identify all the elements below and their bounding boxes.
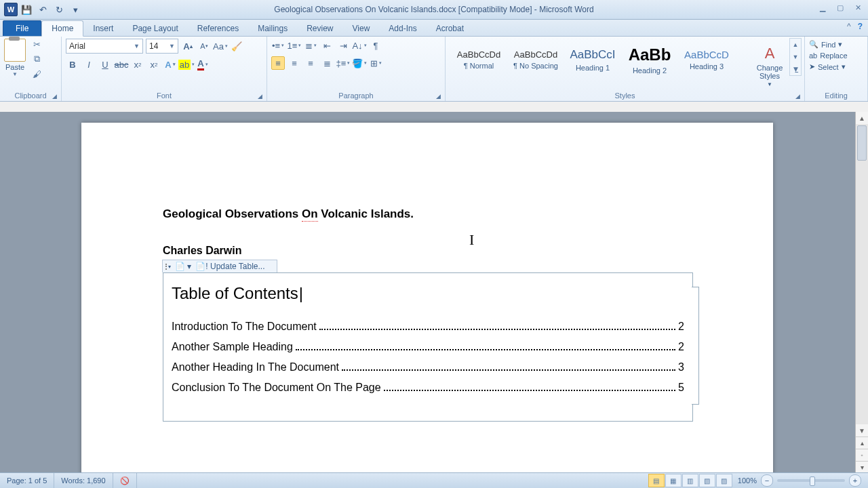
next-page-button[interactable]: ▾ [856,461,868,473]
help-button[interactable]: ? [858,22,863,31]
print-layout-view[interactable]: ▤ [648,474,665,487]
fullscreen-reading-view[interactable]: ▦ [665,474,682,487]
copy-button[interactable]: ⧉ [31,54,42,64]
shrink-font-button[interactable]: A▾ [197,39,211,53]
style-item-4[interactable]: AaBbCcDHeading 3 [679,40,734,79]
tab-page-layout[interactable]: Page Layout [123,21,187,36]
table-of-contents[interactable]: Table of Contents Introduction To The Do… [163,272,693,422]
web-layout-view[interactable]: ▥ [682,474,698,487]
proofing-status[interactable]: 🚫 [113,473,137,488]
select-button[interactable]: ➤Select ▾ [809,61,863,73]
tab-review[interactable]: Review [297,21,342,36]
find-button[interactable]: 🔍Find ▾ [809,39,863,50]
grow-font-button[interactable]: A▴ [181,39,195,53]
clipboard-dialog-launcher[interactable]: ◢ [52,93,57,100]
shading-button[interactable]: 🪣 [353,56,366,70]
minimize-ribbon-button[interactable]: ^ [847,22,851,31]
change-case-button[interactable]: Aa [214,39,227,53]
vertical-scrollbar[interactable]: ▲ ▼ ▴ ◦ ▾ [855,112,868,473]
tab-mailings[interactable]: Mailings [248,21,297,36]
style-item-1[interactable]: AaBbCcDd¶ No Spacing [508,40,564,79]
toc-title[interactable]: Table of Contents [172,284,684,303]
zoom-slider[interactable] [777,479,845,482]
tab-addins[interactable]: Add-Ins [379,21,426,36]
font-dialog-launcher[interactable]: ◢ [258,93,262,100]
align-center-button[interactable]: ≡ [288,56,301,70]
style-gallery-expand[interactable]: ▼̲ [790,63,801,75]
undo-button[interactable]: ↶ [37,3,49,16]
scroll-up-button[interactable]: ▲ [856,112,868,124]
toc-entry[interactable]: Conclusion To The Document On The Page5 [172,382,684,394]
browse-object-button[interactable]: ◦ [856,449,868,461]
increase-indent-button[interactable]: ⇥ [336,39,350,52]
tab-acrobat[interactable]: Acrobat [427,21,473,36]
toc-entry[interactable]: Introduction To The Document2 [172,321,684,333]
scroll-thumb[interactable] [857,125,867,161]
tab-insert[interactable]: Insert [83,21,123,36]
style-item-2[interactable]: AaBbCcIHeading 1 [565,40,620,79]
underline-button[interactable]: U [98,58,112,71]
font-name-combo[interactable]: Arial▼ [66,39,143,54]
redo-button[interactable]: ↻ [53,3,65,16]
bold-button[interactable]: B [66,58,79,71]
italic-button[interactable]: I [82,58,96,71]
highlight-button[interactable]: ab [180,58,193,71]
tab-file[interactable]: File [3,20,41,36]
toc-handle-icon[interactable]: ▾ [165,264,171,270]
qat-customize[interactable]: ▾ [69,3,81,16]
draft-view[interactable]: ▨ [716,474,732,487]
maximize-button[interactable]: ▢ [834,3,846,12]
multilevel-list-button[interactable]: ≣ [304,39,317,52]
align-left-button[interactable]: ≡ [271,56,285,70]
clear-formatting-button[interactable]: 🧹 [230,39,243,53]
word-count-status[interactable]: Words: 1,690 [54,473,113,488]
scroll-down-button[interactable]: ▼ [856,424,868,436]
borders-button[interactable]: ⊞ [369,56,382,70]
tab-home[interactable]: Home [41,20,83,37]
sort-button[interactable]: A↓ [353,39,366,52]
superscript-button[interactable]: x2 [147,58,161,71]
minimize-button[interactable]: ▁ [816,3,829,12]
paragraph-dialog-launcher[interactable]: ◢ [436,93,441,100]
subscript-button[interactable]: x2 [131,58,144,71]
text-effects-button[interactable]: A [163,58,177,71]
paste-button[interactable]: Paste ▼ [4,39,26,79]
numbering-button[interactable]: 1≡ [288,39,301,52]
close-button[interactable]: ✕ [852,3,864,12]
previous-page-button[interactable]: ▴ [856,436,868,449]
zoom-in-button[interactable]: + [849,474,861,487]
line-spacing-button[interactable]: ‡≡ [336,56,350,70]
style-scroll-up[interactable]: ▲ [790,39,801,51]
style-item-3[interactable]: AaBbHeading 2 [622,40,677,79]
style-item-0[interactable]: AaBbCcDd¶ Normal [451,40,507,79]
tab-references[interactable]: References [188,21,248,36]
change-styles-button[interactable]: A Change Styles ▼ [751,39,789,90]
style-scroll-down[interactable]: ▼ [790,51,801,63]
toc-entry[interactable]: Another Heading In The Document3 [172,361,684,373]
zoom-slider-thumb[interactable] [810,476,815,486]
font-color-button[interactable]: A [196,58,210,71]
replace-button[interactable]: abReplace [809,50,863,61]
bullets-button[interactable]: •≡ [271,39,285,52]
justify-button[interactable]: ≣ [320,56,334,70]
document-title[interactable]: Geological Observations On Volcanic Isla… [163,207,692,222]
font-size-combo[interactable]: 14▼ [146,39,178,54]
tab-view[interactable]: View [343,21,380,36]
show-hide-button[interactable]: ¶ [369,39,382,52]
scroll-track[interactable] [856,124,868,424]
toc-entry[interactable]: Another Sample Heading2 [172,341,684,353]
toc-options-button[interactable]: 📄 ▾ [175,262,191,271]
styles-dialog-launcher[interactable]: ◢ [795,93,800,100]
cut-button[interactable]: ✂ [31,39,42,49]
format-painter-button[interactable]: 🖌 [31,68,42,79]
zoom-level[interactable]: 100% [738,476,757,485]
decrease-indent-button[interactable]: ⇤ [320,39,334,52]
zoom-out-button[interactable]: − [761,474,773,487]
strikethrough-button[interactable]: abc [115,58,128,71]
update-table-button[interactable]: 📄! Update Table... [195,262,264,271]
outline-view[interactable]: ▧ [699,474,715,487]
save-button[interactable]: 💾 [20,3,33,16]
page-number-status[interactable]: Page: 1 of 5 [0,473,54,488]
align-right-button[interactable]: ≡ [304,56,317,70]
page[interactable]: Geological Observations On Volcanic Isla… [81,123,773,473]
